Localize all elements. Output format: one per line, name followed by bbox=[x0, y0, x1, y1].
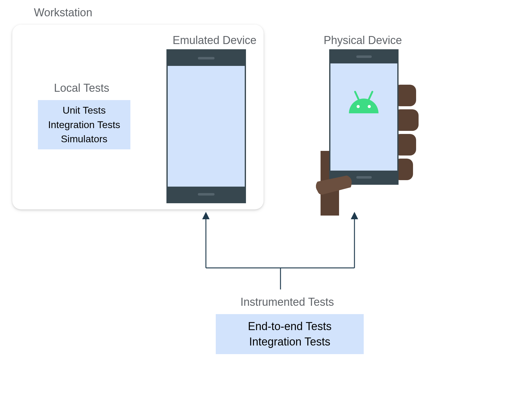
local-tests-line-3: Simulators bbox=[61, 132, 107, 146]
emulated-phone-speaker bbox=[198, 57, 215, 59]
emulated-device-label: Emulated Device bbox=[173, 34, 256, 47]
physical-device-hand bbox=[314, 49, 422, 216]
emulated-phone-top-bar bbox=[168, 51, 245, 66]
svg-rect-7 bbox=[356, 55, 372, 58]
instrumented-line-1: End-to-end Tests bbox=[248, 319, 332, 334]
instrumented-tests-label: Instrumented Tests bbox=[240, 296, 334, 309]
emulated-phone-home bbox=[198, 193, 215, 196]
hand-holding-phone-icon bbox=[314, 49, 422, 216]
local-tests-line-1: Unit Tests bbox=[63, 103, 106, 117]
emulated-phone-screen bbox=[168, 66, 245, 187]
svg-point-12 bbox=[368, 105, 371, 108]
workstation-label: Workstation bbox=[34, 6, 92, 19]
local-tests-box: Unit Tests Integration Tests Simulators bbox=[38, 100, 130, 149]
instrumented-line-2: Integration Tests bbox=[249, 334, 330, 350]
svg-point-11 bbox=[357, 105, 360, 108]
svg-rect-6 bbox=[330, 63, 397, 171]
emulated-phone-bottom-bar bbox=[168, 187, 245, 202]
local-tests-label: Local Tests bbox=[54, 82, 109, 95]
local-tests-line-2: Integration Tests bbox=[48, 118, 120, 132]
physical-device-label: Physical Device bbox=[324, 34, 402, 47]
instrumented-tests-box: End-to-end Tests Integration Tests bbox=[216, 314, 364, 354]
svg-rect-8 bbox=[356, 176, 372, 179]
emulated-phone-body bbox=[166, 49, 246, 203]
emulated-phone bbox=[166, 49, 246, 203]
